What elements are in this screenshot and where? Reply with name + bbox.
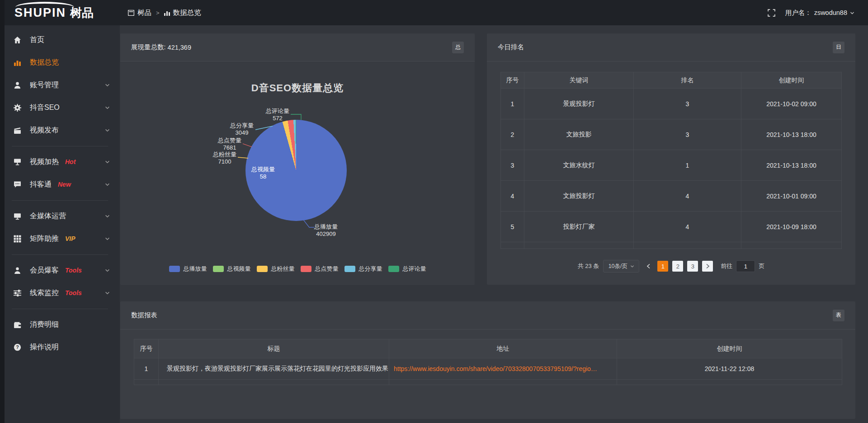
svg-text:?: ?	[16, 344, 19, 350]
pie-label-videos: 总视频量58	[246, 166, 280, 180]
legend-item-likes[interactable]: 总点赞量	[301, 265, 339, 273]
fullscreen-icon[interactable]	[768, 9, 775, 17]
breadcrumb-item-current[interactable]: 数据总览	[164, 8, 201, 18]
page-button-3[interactable]: 3	[687, 261, 698, 272]
username-label: 用户名：	[785, 9, 811, 17]
table-header-row: 序号 关键词 排名 创建时间	[501, 72, 842, 89]
total-toggle-button[interactable]: 总	[452, 42, 464, 53]
left-edge-strip	[0, 0, 5, 423]
chart-legend: 总播放量 总视频量 总粉丝量 总点赞量 总分享量 总评论量	[120, 265, 475, 273]
chevron-down-icon	[105, 105, 110, 110]
report-panel-header: 数据报表 表	[120, 301, 855, 329]
main-content: 抖音seo数据 全媒体运营数据 询盘数据 展现量总数: 421,369 总 D音…	[120, 0, 868, 419]
sidebar-item-douketong[interactable]: 抖客通 New	[0, 173, 120, 196]
chevron-down-icon	[630, 264, 634, 268]
report-panel-title: 数据报表	[131, 311, 157, 320]
report-table: 序号 标题 地址 创建时间 1 景观投影灯，夜游景观投影灯厂家展示展示落花灯在花…	[134, 339, 842, 385]
sidebar-divider	[12, 200, 108, 201]
ranking-panel-title: 今日排名	[498, 43, 524, 52]
day-toggle-button[interactable]: 日	[833, 42, 844, 53]
legend-swatch	[301, 266, 311, 272]
table-header-row: 序号 标题 地址 创建时间	[134, 339, 842, 358]
logo-text: SHUPIN	[14, 6, 66, 20]
app-logo: SHUPIN 树品	[0, 5, 120, 21]
wallet-icon	[14, 321, 23, 329]
chevron-down-icon	[105, 128, 110, 132]
sidebar-item-omni-media[interactable]: 全媒体运营	[0, 205, 120, 227]
next-page-button[interactable]	[702, 261, 713, 272]
user-area: 用户名：zswodun88	[768, 9, 868, 17]
vip-badge: VIP	[65, 235, 75, 242]
seo-overview-panel: 展现量总数: 421,369 总 D音SEO数据量总览 总评论量572 总分	[120, 33, 475, 285]
ranking-table: 序号 关键词 排名 创建时间 1景观投影灯32021-10-02 09:00 2…	[500, 72, 842, 249]
bar-chart-icon	[14, 59, 23, 66]
sidebar-item-matrix-boost[interactable]: 矩阵助推 VIP	[0, 227, 120, 250]
sidebar-item-member-leads[interactable]: 会员爆客 Tools	[0, 259, 120, 282]
goto-suffix: 页	[759, 262, 764, 270]
sidebar-item-home[interactable]: 首页	[0, 28, 120, 51]
video-title-cell: 景观投影灯，夜游景观投影灯厂家展示展示落花灯在花园里的灯光投影应用效果 #	[159, 358, 389, 380]
breadcrumb-separator: >	[156, 9, 160, 16]
legend-swatch	[257, 266, 268, 272]
table-row-partial	[134, 380, 842, 385]
table-row: 4文旅投影灯42021-10-01 09:00	[501, 181, 842, 212]
video-url-cell: https://www.iesdouyin.com/share/video/70…	[389, 358, 617, 380]
goto-page-input[interactable]	[736, 260, 755, 272]
legend-item-shares[interactable]: 总分享量	[344, 265, 382, 273]
prev-page-button[interactable]	[643, 261, 653, 272]
legend-item-comments[interactable]: 总评论量	[388, 265, 426, 273]
pie-label-fans: 总粉丝量7100	[208, 151, 242, 165]
video-link[interactable]: https://www.iesdouyin.com/share/video/70…	[394, 365, 597, 372]
breadcrumb-item-home[interactable]: 树品	[128, 8, 151, 18]
sidebar-item-douyin-seo[interactable]: 抖音SEO	[0, 96, 120, 119]
pie-label-shares: 总分享量3049	[225, 122, 259, 136]
table-toggle-button[interactable]: 表	[833, 310, 844, 321]
sidebar-item-spending-detail[interactable]: 消费明细	[0, 313, 120, 336]
sidebar-divider	[12, 146, 108, 146]
tools-badge: Tools	[65, 267, 82, 274]
pie-label-likes: 总点赞量7681	[212, 137, 247, 151]
sidebar-item-lead-monitor[interactable]: 线索监控 Tools	[0, 282, 120, 304]
legend-swatch	[388, 266, 399, 272]
table-row: 5投影灯厂家42021-10-09 18:00	[501, 212, 842, 242]
chevron-down-icon	[105, 83, 110, 87]
sidebar-item-video-heat[interactable]: 视频加热 Hot	[0, 150, 120, 173]
table-row: 1景观投影灯32021-10-02 09:00	[501, 89, 842, 119]
legend-item-videos[interactable]: 总视频量	[213, 265, 251, 273]
logo-text-cn: 树品	[70, 5, 94, 21]
grid-icon	[14, 235, 23, 243]
chevron-down-icon	[105, 214, 110, 218]
goto-page: 前往 页	[721, 260, 764, 272]
table-row: 1 景观投影灯，夜游景观投影灯厂家展示展示落花灯在花园里的灯光投影应用效果 # …	[134, 358, 842, 380]
sidebar-item-account[interactable]: 账号管理	[0, 74, 120, 96]
table-row-partial	[501, 242, 842, 249]
chevron-down-icon	[105, 182, 110, 187]
legend-item-plays[interactable]: 总播放量	[169, 265, 207, 273]
sidebar-item-instructions[interactable]: ? 操作说明	[0, 336, 120, 358]
monitor-icon	[14, 212, 23, 220]
page-button-1[interactable]: 1	[657, 261, 668, 272]
page-size-select[interactable]: 10条/页	[603, 260, 639, 273]
impressions-total-value: 421,369	[168, 44, 191, 51]
ranking-panel-header: 今日排名 日	[487, 33, 855, 61]
overview-panel-header: 展现量总数: 421,369 总	[120, 33, 475, 61]
today-ranking-panel: 今日排名 日 序号 关键词 排名 创建时间 1景观投影灯32021-10-02 …	[487, 33, 855, 285]
legend-swatch	[169, 266, 180, 272]
sidebar-divider	[12, 309, 108, 309]
chevron-down-icon	[105, 160, 110, 164]
pagination: 共 23 条 10条/页 1 2 3 前往 页	[487, 260, 855, 273]
legend-item-fans[interactable]: 总粉丝量	[257, 265, 295, 273]
bar-chart-icon	[164, 10, 170, 16]
sidebar-item-video-publish[interactable]: 视频发布	[0, 119, 120, 141]
pie-label-plays: 总播放量402909	[309, 223, 343, 238]
sliders-icon	[14, 289, 23, 297]
chevron-left-icon	[646, 263, 651, 269]
top-header-bar: SHUPIN 树品 树品 > 数据总览 用户名：zswodun88	[0, 0, 868, 25]
user-menu[interactable]: 用户名：zswodun88	[785, 9, 854, 17]
sidebar-item-data-overview[interactable]: 数据总览	[0, 51, 120, 74]
legend-swatch	[213, 266, 224, 272]
chevron-down-icon	[105, 291, 110, 295]
table-row: 3文旅水纹灯12021-10-13 18:00	[501, 150, 842, 181]
pie-label-lines	[120, 61, 475, 284]
page-button-2[interactable]: 2	[672, 261, 683, 272]
